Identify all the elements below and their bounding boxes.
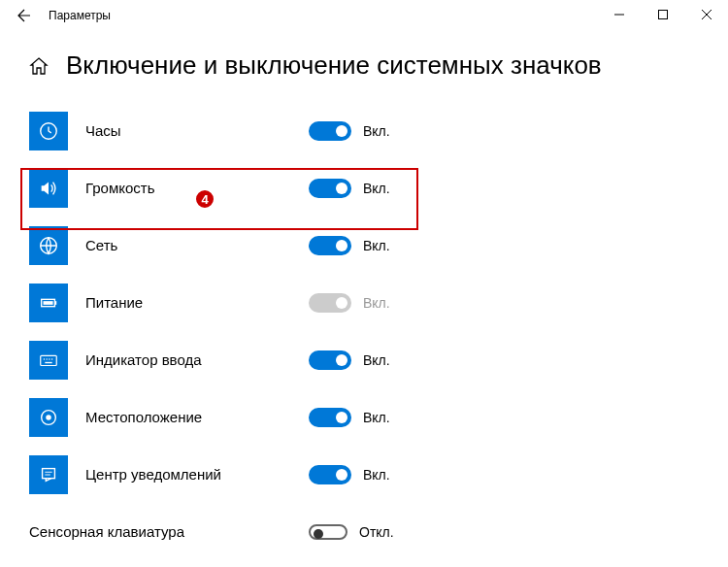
maximize-icon bbox=[658, 10, 668, 19]
toggle-area: Откл. bbox=[309, 524, 394, 540]
toggle-area: Вкл. bbox=[309, 179, 390, 198]
svg-rect-17 bbox=[43, 468, 55, 478]
setting-label: Часы bbox=[85, 122, 309, 139]
svg-point-11 bbox=[46, 358, 47, 359]
home-icon[interactable] bbox=[29, 56, 49, 76]
toggle-touch-keyboard[interactable] bbox=[309, 524, 347, 540]
back-button[interactable] bbox=[10, 1, 39, 30]
svg-rect-9 bbox=[41, 355, 57, 365]
toggle-network[interactable] bbox=[309, 236, 351, 255]
toggle-volume[interactable] bbox=[309, 179, 351, 198]
toggle-location[interactable] bbox=[309, 408, 351, 427]
toggle-state-text: Вкл. bbox=[363, 295, 390, 311]
volume-icon bbox=[29, 169, 68, 208]
setting-label: Сеть bbox=[85, 237, 309, 253]
keyboard-icon bbox=[29, 341, 68, 380]
setting-row-volume: Громкость Вкл. bbox=[29, 159, 699, 217]
close-icon bbox=[702, 10, 711, 19]
svg-rect-8 bbox=[54, 301, 56, 305]
toggle-state-text: Вкл. bbox=[363, 352, 390, 368]
setting-label: Питание bbox=[85, 294, 309, 311]
arrow-left-icon bbox=[17, 8, 32, 23]
toggle-action-center[interactable] bbox=[309, 465, 351, 484]
page-title: Включение и выключение системных значков bbox=[66, 50, 602, 81]
setting-label: Местоположение bbox=[85, 409, 309, 425]
toggle-area: Вкл. bbox=[309, 408, 390, 427]
toggle-area: Вкл. bbox=[309, 293, 390, 313]
battery-icon bbox=[29, 284, 68, 322]
minimize-icon bbox=[614, 10, 624, 19]
setting-row-location: Местоположение Вкл. bbox=[29, 388, 699, 446]
toggle-clock[interactable] bbox=[309, 121, 351, 141]
titlebar: Параметры bbox=[0, 0, 728, 31]
action-center-icon bbox=[29, 455, 68, 494]
globe-icon bbox=[29, 226, 68, 265]
setting-row-input-indicator: Индикатор ввода Вкл. bbox=[29, 331, 699, 388]
toggle-area: Вкл. bbox=[309, 350, 390, 370]
setting-row-power: Питание Вкл. bbox=[29, 274, 699, 331]
maximize-button[interactable] bbox=[641, 0, 684, 29]
svg-rect-1 bbox=[658, 11, 667, 19]
toggle-input-indicator[interactable] bbox=[309, 350, 351, 370]
setting-label: Центр уведомлений bbox=[85, 466, 309, 483]
page-header: Включение и выключение системных значков bbox=[0, 31, 728, 102]
setting-row-network: Сеть Вкл. bbox=[29, 217, 699, 274]
toggle-state-text: Вкл. bbox=[363, 410, 390, 425]
location-icon bbox=[29, 398, 68, 437]
clock-icon bbox=[29, 112, 68, 150]
svg-point-10 bbox=[44, 358, 45, 359]
toggle-area: Вкл. bbox=[309, 121, 390, 141]
toggle-state-text: Вкл. bbox=[363, 123, 390, 139]
svg-rect-14 bbox=[45, 361, 51, 362]
setting-row-action-center: Центр уведомлений Вкл. bbox=[29, 446, 699, 503]
annotation-callout: 4 bbox=[194, 188, 215, 210]
setting-row-touch-keyboard: Сенсорная клавиатура Откл. bbox=[29, 503, 699, 560]
toggle-power bbox=[309, 293, 351, 313]
svg-point-13 bbox=[51, 358, 52, 359]
settings-list: Часы Вкл. Громкость Вкл. Сеть Вкл. Питан… bbox=[0, 102, 728, 560]
toggle-state-text: Вкл. bbox=[363, 238, 390, 253]
svg-point-12 bbox=[49, 358, 50, 359]
svg-point-16 bbox=[46, 415, 51, 420]
close-button[interactable] bbox=[684, 0, 728, 29]
minimize-button[interactable] bbox=[597, 0, 641, 29]
window-controls bbox=[597, 0, 728, 29]
toggle-state-text: Вкл. bbox=[363, 467, 390, 483]
toggle-area: Вкл. bbox=[309, 465, 390, 484]
svg-rect-7 bbox=[44, 301, 53, 305]
setting-row-clock: Часы Вкл. bbox=[29, 102, 699, 159]
window-title: Параметры bbox=[49, 9, 111, 22]
setting-label: Сенсорная клавиатура bbox=[29, 523, 309, 540]
toggle-state-text: Откл. bbox=[359, 524, 394, 540]
setting-label: Индикатор ввода bbox=[85, 351, 309, 368]
toggle-area: Вкл. bbox=[309, 236, 390, 255]
toggle-state-text: Вкл. bbox=[363, 181, 390, 196]
